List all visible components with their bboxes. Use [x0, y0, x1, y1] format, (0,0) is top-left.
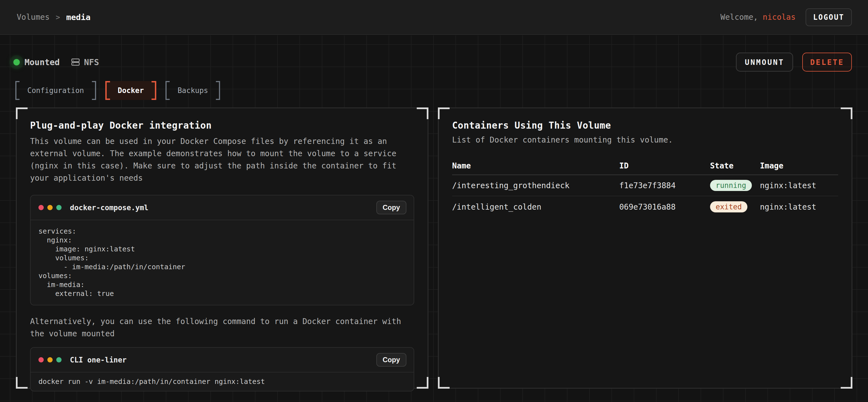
logout-button[interactable]: LOGOUT — [806, 8, 852, 26]
corner-bracket-icon — [16, 377, 28, 389]
chevron-right-icon: > — [56, 13, 60, 22]
welcome-text: Welcome, nicolas — [720, 12, 796, 22]
corner-bracket-icon — [417, 377, 428, 389]
tab-bracket-left — [105, 81, 110, 100]
corner-bracket-icon — [438, 377, 450, 389]
column-header-id: ID — [619, 161, 710, 170]
containers-panel: Containers Using This Volume List of Doc… — [438, 107, 852, 389]
container-image: nginx:latest — [760, 202, 838, 211]
top-bar: Volumes > media Welcome, nicolas LOGOUT — [0, 0, 868, 35]
docker-panel-title: Plug-and-play Docker integration — [30, 120, 414, 131]
compose-filename: docker-compose.yml — [70, 203, 149, 212]
volume-status: Mounted NFS — [13, 57, 99, 67]
container-id: f1e73e7f3884 — [619, 181, 710, 190]
username: nicolas — [763, 12, 796, 22]
table-header-row: Name ID State Image — [452, 157, 838, 175]
tab-docker[interactable]: Docker — [105, 81, 157, 100]
table-row: /intelligent_colden 069e73016a88 exited … — [452, 196, 838, 217]
table-row: /interesting_grothendieck f1e73e7f3884 r… — [452, 175, 838, 196]
container-name: /intelligent_colden — [452, 202, 619, 211]
breadcrumb-current-volume: media — [66, 12, 91, 22]
compose-code-block: docker-compose.yml Copy services: nginx:… — [30, 195, 414, 305]
cli-code: docker run -v im-media:/path/in/containe… — [38, 377, 406, 386]
tab-label: Configuration — [20, 81, 92, 100]
breadcrumb: Volumes > media — [17, 12, 91, 22]
tab-bracket-right — [92, 81, 96, 100]
amber-dot-icon — [48, 205, 53, 210]
tab-backups[interactable]: Backups — [165, 81, 220, 100]
compose-code-header: docker-compose.yml Copy — [31, 195, 414, 220]
column-header-state: State — [710, 161, 760, 170]
green-dot-icon — [56, 357, 62, 363]
window-dots-icon — [38, 357, 62, 363]
driver-label: NFS — [84, 57, 99, 67]
column-header-name: Name — [452, 161, 619, 170]
column-header-image: Image — [760, 161, 838, 170]
copy-cli-button[interactable]: Copy — [376, 353, 407, 367]
container-id: 069e73016a88 — [619, 202, 710, 211]
copy-compose-button[interactable]: Copy — [376, 201, 407, 214]
container-state-cell: running — [710, 180, 760, 191]
tab-bracket-left — [165, 81, 169, 100]
mounted-status-dot-icon — [13, 59, 20, 65]
docker-integration-panel: Plug-and-play Docker integration This vo… — [16, 107, 428, 389]
volume-actions: UNMOUNT DELETE — [736, 53, 852, 72]
corner-bracket-icon — [438, 107, 450, 119]
top-bar-right: Welcome, nicolas LOGOUT — [720, 8, 852, 26]
containers-panel-title: Containers Using This Volume — [452, 120, 838, 131]
containers-panel-subtitle: List of Docker containers mounting this … — [452, 135, 838, 144]
cli-code-body: docker run -v im-media:/path/in/containe… — [31, 372, 414, 391]
docker-panel-description: This volume can be used in your Docker C… — [30, 135, 414, 184]
driver-indicator: NFS — [71, 57, 99, 67]
corner-bracket-icon — [841, 377, 852, 389]
tab-bar: Configuration Docker Backups — [15, 81, 852, 100]
tab-bracket-right — [216, 81, 220, 100]
amber-dot-icon — [48, 357, 53, 363]
panels-row: Plug-and-play Docker integration This vo… — [16, 107, 852, 389]
cli-title: CLI one-liner — [70, 356, 127, 364]
page-content: Mounted NFS UNMOUNT DELETE Configuration — [0, 35, 868, 402]
green-dot-icon — [56, 205, 62, 210]
volume-status-row: Mounted NFS UNMOUNT DELETE — [13, 51, 852, 73]
compose-code: services: nginx: image: nginx:latest vol… — [38, 227, 406, 298]
welcome-prefix: Welcome, — [720, 12, 758, 22]
cli-code-block: CLI one-liner Copy docker run -v im-medi… — [30, 347, 414, 392]
container-image: nginx:latest — [760, 181, 838, 190]
unmount-button[interactable]: UNMOUNT — [736, 53, 793, 72]
delete-button[interactable]: DELETE — [802, 53, 852, 72]
red-dot-icon — [38, 357, 44, 363]
corner-bracket-icon — [841, 107, 852, 119]
status-badge: running — [710, 180, 752, 191]
corner-bracket-icon — [417, 107, 428, 119]
tab-bracket-right — [152, 81, 156, 100]
cli-code-header: CLI one-liner Copy — [31, 348, 414, 372]
containers-table: Name ID State Image /interesting_grothen… — [452, 157, 838, 217]
corner-bracket-icon — [16, 107, 28, 119]
volume-detail-page: { "topbar": { "breadcrumb": { "parent": … — [0, 0, 868, 402]
breadcrumb-volumes-link[interactable]: Volumes — [17, 12, 50, 22]
tab-configuration[interactable]: Configuration — [15, 81, 96, 100]
tab-label: Docker — [110, 81, 152, 100]
mounted-status-label: Mounted — [25, 57, 60, 67]
compose-code-body: services: nginx: image: nginx:latest vol… — [31, 220, 414, 305]
container-state-cell: exited — [710, 201, 760, 212]
cli-intro-text: Alternatively, you can use the following… — [30, 315, 414, 340]
tab-label: Backups — [169, 81, 216, 100]
window-dots-icon — [38, 205, 62, 210]
server-icon — [71, 58, 80, 67]
red-dot-icon — [38, 205, 44, 210]
tab-bracket-left — [15, 81, 20, 100]
status-badge: exited — [710, 201, 747, 212]
container-name: /interesting_grothendieck — [452, 181, 619, 190]
